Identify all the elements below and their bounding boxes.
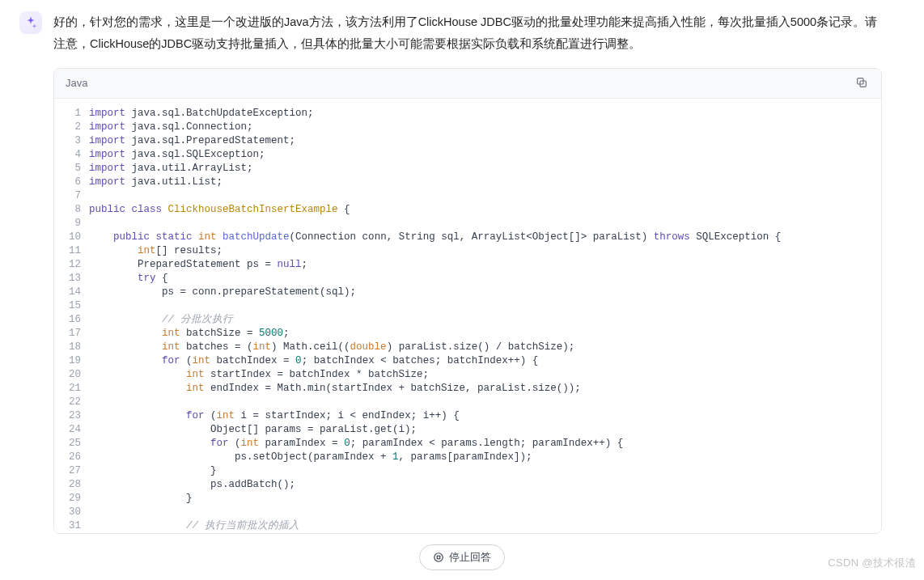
code-line: import java.sql.SQLException;	[89, 148, 881, 162]
code-line: import java.sql.Connection;	[89, 121, 881, 134]
stop-circle-icon	[433, 552, 444, 563]
line-number: 10	[69, 231, 81, 244]
line-number: 31	[69, 519, 81, 533]
code-language-label: Java	[66, 77, 87, 89]
line-number: 24	[69, 423, 81, 437]
code-line: public static int batchUpdate(Connection…	[89, 231, 881, 244]
line-number: 8	[69, 203, 81, 217]
line-number: 27	[69, 464, 81, 478]
stop-answer-button[interactable]: 停止回答	[419, 544, 505, 570]
line-number: 7	[69, 189, 81, 203]
code-line: for (int batchIndex = 0; batchIndex < ba…	[89, 354, 881, 368]
code-line: import java.util.ArrayList;	[89, 162, 881, 176]
line-number: 22	[69, 396, 81, 409]
svg-point-2	[434, 553, 443, 562]
code-line: // 执行当前批次的插入	[89, 519, 881, 533]
code-line: int batchSize = 5000;	[89, 327, 881, 341]
code-line: int startIndex = batchIndex * batchSize;	[89, 368, 881, 382]
copy-icon	[855, 76, 868, 89]
code-line: Object[] params = paraList.get(i);	[89, 423, 881, 437]
watermark-text: CSDN @技术很渣	[828, 556, 916, 570]
line-number: 30	[69, 506, 81, 519]
svg-rect-3	[437, 556, 440, 559]
code-line	[89, 299, 881, 313]
code-line: for (int paramIndex = 0; paramIndex < pa…	[89, 437, 881, 451]
line-number: 18	[69, 341, 81, 354]
code-line: }	[89, 492, 881, 506]
code-line	[89, 189, 881, 203]
line-number: 1	[69, 107, 81, 121]
stop-bar: 停止回答	[0, 544, 924, 570]
message-content: 好的，针对您的需求，这里是一个改进版的Java方法，该方法利用了ClickHou…	[53, 11, 914, 534]
code-lines: import java.sql.BatchUpdateException;imp…	[89, 107, 881, 533]
line-number: 4	[69, 148, 81, 162]
sparkle-icon	[23, 15, 38, 30]
code-line: ps.setObject(paramIndex + 1, params[para…	[89, 451, 881, 464]
code-line: PreparedStatement ps = null;	[89, 258, 881, 272]
code-line	[89, 396, 881, 409]
code-line: ps = conn.prepareStatement(sql);	[89, 286, 881, 299]
stop-button-label: 停止回答	[449, 550, 491, 565]
code-line: for (int i = startIndex; i < endIndex; i…	[89, 409, 881, 423]
chat-message: 好的，针对您的需求，这里是一个改进版的Java方法，该方法利用了ClickHou…	[0, 0, 924, 534]
line-number: 6	[69, 176, 81, 189]
intro-paragraph: 好的，针对您的需求，这里是一个改进版的Java方法，该方法利用了ClickHou…	[53, 11, 882, 55]
line-number: 15	[69, 299, 81, 313]
line-number: 21	[69, 382, 81, 396]
line-number: 14	[69, 286, 81, 299]
line-number: 28	[69, 478, 81, 492]
code-line: ps.addBatch();	[89, 478, 881, 492]
code-line: int[] results;	[89, 244, 881, 258]
code-line: // 分批次执行	[89, 313, 881, 327]
line-number: 26	[69, 451, 81, 464]
code-line: import java.sql.BatchUpdateException;	[89, 107, 881, 121]
code-line: try {	[89, 272, 881, 286]
avatar-column	[19, 11, 42, 534]
line-number: 29	[69, 492, 81, 506]
bot-avatar	[19, 11, 42, 34]
line-number: 17	[69, 327, 81, 341]
code-line: import java.sql.PreparedStatement;	[89, 134, 881, 148]
code-line: int endIndex = Math.min(startIndex + bat…	[89, 382, 881, 396]
line-number: 20	[69, 368, 81, 382]
line-number: 11	[69, 244, 81, 258]
line-number: 13	[69, 272, 81, 286]
code-line	[89, 506, 881, 519]
code-line: }	[89, 464, 881, 478]
code-line: int batches = (int) Math.ceil((double) p…	[89, 341, 881, 354]
code-line: public class ClickhouseBatchInsertExampl…	[89, 203, 881, 217]
line-number: 12	[69, 258, 81, 272]
line-number: 2	[69, 121, 81, 134]
code-line: import java.util.List;	[89, 176, 881, 189]
line-number-gutter: 1234567891011121314151617181920212223242…	[54, 107, 89, 533]
line-number: 5	[69, 162, 81, 176]
copy-button[interactable]	[855, 76, 870, 91]
line-number: 16	[69, 313, 81, 327]
line-number: 9	[69, 217, 81, 231]
line-number: 23	[69, 409, 81, 423]
line-number: 3	[69, 134, 81, 148]
code-body: 1234567891011121314151617181920212223242…	[54, 99, 881, 533]
line-number: 25	[69, 437, 81, 451]
code-line	[89, 217, 881, 231]
line-number: 19	[69, 354, 81, 368]
code-block: Java 12345678910111213141516171819202122…	[53, 68, 882, 534]
code-header: Java	[54, 69, 881, 99]
